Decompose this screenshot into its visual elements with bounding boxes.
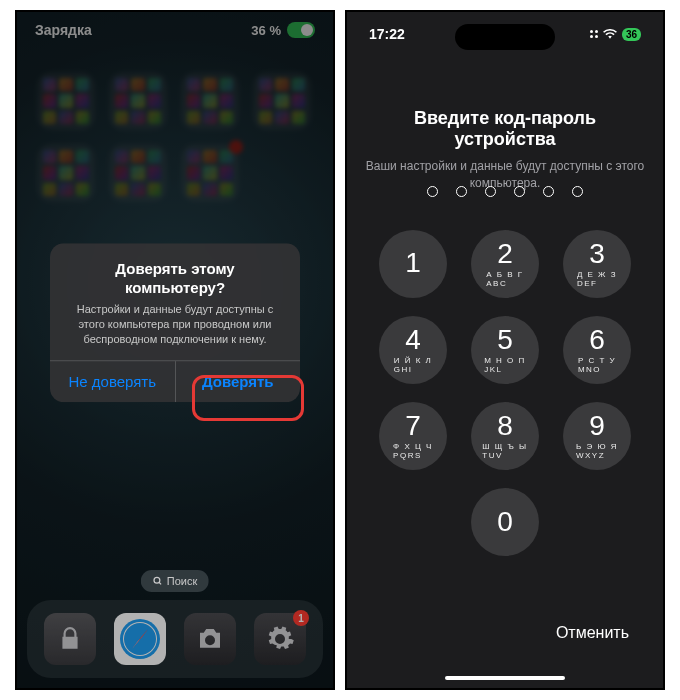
status-bar-right: 17:22 36 [347,26,663,42]
dock-app-lock[interactable] [44,613,96,665]
dock-app-camera[interactable] [184,613,236,665]
keypad-8[interactable]: 8Ш Щ Ъ Ы TUV [471,402,539,470]
alert-title: Доверять этому компьютеру? [50,243,300,302]
search-icon [153,576,163,586]
passcode-title: Введите код-пароль устройства [365,108,645,150]
safari-icon [118,617,162,661]
pin-dot [543,186,554,197]
keypad-9[interactable]: 9Ь Э Ю Я WXYZ [563,402,631,470]
keypad-5[interactable]: 5М Н О П JKL [471,316,539,384]
alert-dont-trust-button[interactable]: Не доверять [50,362,176,403]
keypad-7[interactable]: 7Ф Х Ц Ч PQRS [379,402,447,470]
status-time: 17:22 [369,26,405,42]
gear-icon [265,624,295,654]
alert-body: Настройки и данные будут доступны с этог… [50,302,300,361]
pin-dot [427,186,438,197]
lock-icon [57,626,83,652]
pin-dot [572,186,583,197]
search-label: Поиск [167,575,197,587]
phone-left: Зарядка 36 % Поиск 1 [15,10,335,690]
svg-line-1 [159,582,161,584]
numeric-keypad: 1 2А Б В Г ABC 3Д Е Ж З DEF 4И Й К Л GHI… [347,230,663,556]
pin-dot [514,186,525,197]
camera-icon [195,624,225,654]
keypad-3[interactable]: 3Д Е Ж З DEF [563,230,631,298]
keypad-0[interactable]: 0 [471,488,539,556]
settings-badge: 1 [293,610,309,626]
passcode-dots [347,186,663,197]
battery-pill: 36 [622,28,641,41]
alert-trust-button[interactable]: Доверять [176,362,301,403]
svg-point-0 [154,577,160,583]
dock: 1 [27,600,323,678]
spotlight-search-pill[interactable]: Поиск [141,570,209,592]
wifi-icon [603,29,617,39]
home-indicator [445,676,565,680]
cancel-button[interactable]: Отменить [556,624,629,642]
keypad-6[interactable]: 6Р С Т У MNO [563,316,631,384]
trust-computer-alert: Доверять этому компьютеру? Настройки и д… [50,243,300,403]
keypad-1[interactable]: 1 [379,230,447,298]
pin-dot [456,186,467,197]
passcode-header: Введите код-пароль устройства Ваши настр… [365,108,645,192]
keypad-4[interactable]: 4И Й К Л GHI [379,316,447,384]
phone-right: 17:22 36 Введите код-пароль устройства В… [345,10,665,690]
dock-app-safari[interactable] [114,613,166,665]
dock-app-settings[interactable]: 1 [254,613,306,665]
keypad-2[interactable]: 2А Б В Г ABC [471,230,539,298]
pin-dot [485,186,496,197]
cellular-icon [590,30,598,38]
